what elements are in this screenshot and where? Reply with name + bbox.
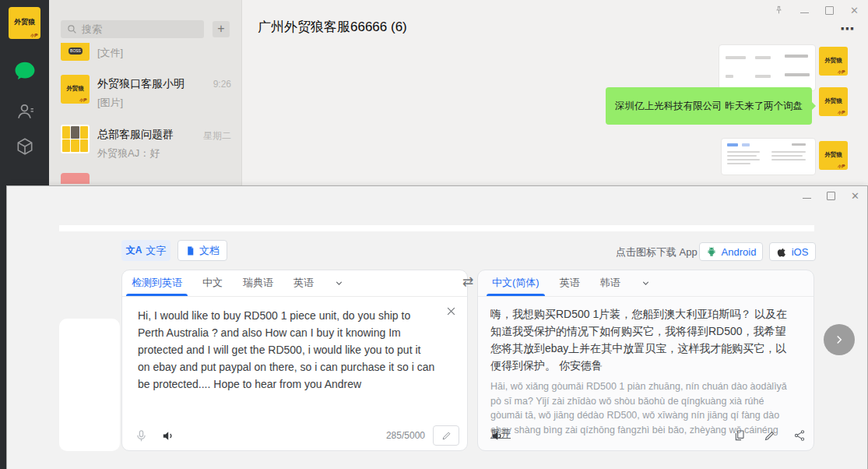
app-logo-subtext: 小尹	[30, 33, 38, 37]
pin-icon[interactable]	[774, 5, 784, 16]
close-button[interactable]: ✕	[851, 191, 859, 201]
list-item[interactable]: BOSS [文件]	[49, 38, 241, 69]
avatar	[61, 173, 90, 184]
app-logo-text: 外贸狼	[9, 17, 40, 27]
share-icon[interactable]	[793, 429, 806, 442]
moments-cube-icon[interactable]	[15, 136, 35, 157]
avatar[interactable]: 外贸狼 小尹	[819, 141, 848, 170]
document-icon	[185, 245, 195, 256]
download-hint: 点击图标下载 App	[616, 245, 698, 259]
target-language-tabs: 中文(简体) 英语 韩语	[478, 270, 814, 297]
message-image[interactable]	[721, 138, 816, 175]
target-panel: 中文(简体) 英语 韩语 嗨，我想购买RD500 1片装，您船到澳大利亚珀斯吗？…	[477, 270, 814, 451]
speaker-icon[interactable]	[161, 429, 174, 443]
android-download-button[interactable]: Android	[699, 242, 763, 261]
tab-text-mode[interactable]: 文A 文字	[121, 240, 170, 261]
chevron-down-icon[interactable]	[334, 278, 344, 288]
message-image[interactable]	[719, 44, 816, 91]
source-text-input[interactable]: Hi, I would like to buy RD500 1 piece un…	[138, 307, 435, 393]
chevron-down-icon[interactable]	[641, 278, 651, 288]
translator-window: ✕ 文A 文字 文档 点击图标下载 App Android iOS	[6, 185, 868, 469]
search-icon	[67, 24, 77, 34]
search-input[interactable]: 搜索	[61, 20, 204, 38]
screen: 外贸狼 小尹 搜索 + BOSS [文件] 外贸狼 小尹	[0, 0, 868, 469]
add-chat-button[interactable]: +	[213, 21, 230, 37]
apple-icon	[777, 247, 787, 257]
translate-icon: 文A	[126, 244, 142, 257]
speaker-icon[interactable]	[490, 429, 504, 443]
maximize-button[interactable]	[825, 6, 834, 15]
chat-name: 总部客服问题群	[97, 128, 174, 142]
chat-preview: [文件]	[97, 46, 123, 60]
avatar: BOSS	[61, 43, 90, 61]
translated-text: 嗨，我想购买RD500 1片装，您船到澳大利亚珀斯吗？ 以及在知道我受保护的情况…	[490, 305, 796, 374]
tab-swedish[interactable]: 瑞典语	[243, 270, 273, 296]
contacts-icon[interactable]	[15, 101, 35, 122]
side-panel-stub	[59, 319, 120, 451]
source-panel: 检测到英语 中文 瑞典语 英语 Hi, I would like to buy …	[121, 270, 468, 451]
chat-time: 9:26	[213, 79, 231, 90]
app-logo[interactable]: 外贸狼 小尹	[9, 7, 40, 39]
tab-english[interactable]: 英语	[293, 270, 314, 296]
chat-preview: 外贸狼AJ：好	[97, 146, 160, 160]
minimize-button[interactable]	[803, 193, 811, 199]
chat-preview: [图片]	[97, 96, 123, 110]
avatar[interactable]: 外贸狼 小尹	[819, 47, 848, 76]
tab-simplified-chinese[interactable]: 中文(简体)	[492, 270, 539, 296]
char-count: 285/5000	[386, 430, 425, 441]
tab-detected-language[interactable]: 检测到英语	[132, 270, 182, 296]
close-button[interactable]: ✕	[850, 5, 859, 16]
message-text: 深圳亿上光科技有限公司 昨天来了两个询盘	[615, 100, 803, 113]
banner-bottom-strip	[59, 225, 814, 231]
chat-time: 星期二	[203, 129, 231, 143]
chat-title: 广州外贸狼客服66666 (6)	[258, 18, 407, 36]
android-icon	[706, 246, 717, 257]
next-button[interactable]	[824, 324, 855, 355]
microphone-icon[interactable]	[135, 429, 148, 443]
pencil-icon	[441, 431, 452, 441]
pencil-icon[interactable]	[764, 430, 775, 442]
chats-icon[interactable]	[13, 59, 37, 83]
tab-chinese[interactable]: 中文	[202, 270, 223, 296]
avatar[interactable]: 外贸狼 小尹	[819, 87, 848, 116]
source-language-tabs: 检测到英语 中文 瑞典语 英语	[122, 270, 467, 297]
tab-korean[interactable]: 韩语	[600, 270, 620, 296]
avatar: 外贸狼 小尹	[61, 75, 90, 104]
ios-download-button[interactable]: iOS	[769, 242, 816, 261]
target-toolbar	[490, 424, 806, 447]
window-controls: ✕	[803, 190, 859, 201]
chevron-right-icon	[832, 333, 846, 347]
minimize-button[interactable]	[800, 8, 809, 13]
copy-icon[interactable]	[733, 429, 746, 442]
tab-english-target[interactable]: 英语	[560, 270, 580, 296]
avatar-badge: BOSS	[69, 48, 83, 55]
more-button[interactable]: ⋯	[840, 20, 856, 37]
edit-button[interactable]	[433, 425, 459, 446]
search-placeholder: 搜索	[82, 23, 102, 37]
message-bubble[interactable]: 深圳亿上光科技有限公司 昨天来了两个询盘	[606, 87, 812, 125]
list-item[interactable]	[49, 170, 241, 185]
chat-name: 外贸狼口客服小明	[97, 77, 184, 91]
tab-document-mode[interactable]: 文档	[177, 240, 227, 261]
swap-languages-icon[interactable]: ⇄	[462, 273, 473, 290]
maximize-button[interactable]	[827, 192, 835, 200]
clear-icon[interactable]	[445, 305, 457, 317]
source-toolbar: 285/5000	[135, 424, 459, 447]
list-item[interactable]: 外贸狼 小尹 外贸狼口客服小明 9:26 [图片]	[49, 70, 241, 112]
window-controls: ✕	[774, 5, 859, 16]
group-avatar	[61, 125, 90, 153]
list-item[interactable]: 总部客服问题群 星期二 外贸狼AJ：好	[49, 112, 241, 154]
